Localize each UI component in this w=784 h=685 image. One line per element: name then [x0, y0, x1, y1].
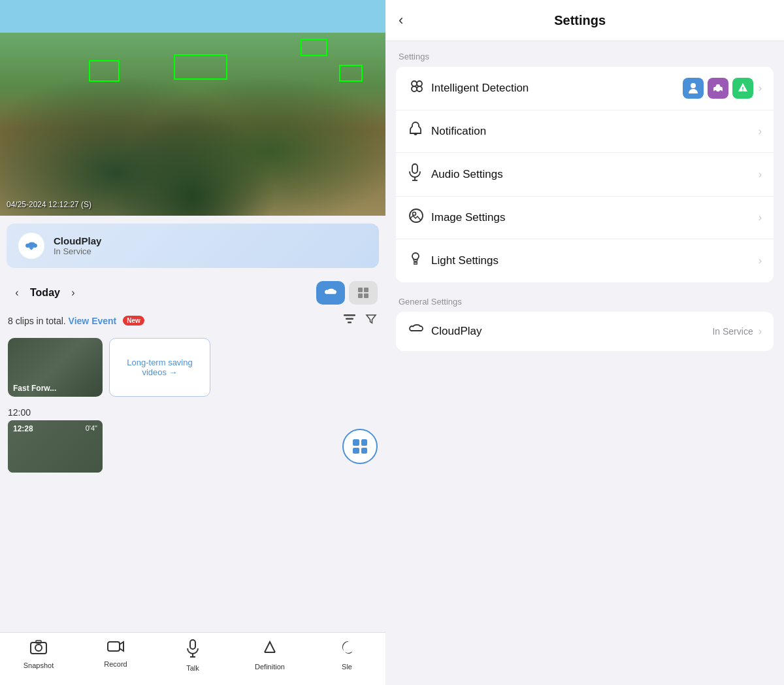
- record-label: Record: [104, 660, 127, 668]
- cloud-icon: [18, 233, 44, 259]
- snapshot-label: Snapshot: [24, 661, 54, 669]
- audio-chevron: ›: [759, 169, 762, 180]
- video-duration: 0'4": [86, 424, 97, 432]
- video-time: 12:28: [13, 424, 33, 433]
- svg-rect-4: [364, 293, 368, 298]
- notification-chevron: ›: [759, 125, 762, 137]
- svg-rect-11: [108, 642, 120, 651]
- cloudplay-setting-icon: [408, 322, 431, 341]
- light-icon: [408, 250, 431, 272]
- image-icon: [408, 207, 431, 228]
- cloud-view-button[interactable]: [316, 281, 345, 305]
- svg-point-22: [714, 90, 717, 93]
- grid-menu-icon: [353, 439, 367, 454]
- car-badge: [708, 78, 728, 99]
- long-term-label: Long-term saving videos →: [118, 358, 202, 377]
- svg-rect-26: [412, 164, 417, 173]
- svg-point-25: [742, 90, 743, 92]
- nav-item-snapshot[interactable]: Snapshot: [0, 639, 77, 672]
- svg-rect-5: [344, 314, 355, 316]
- nav-item-record[interactable]: Record: [77, 639, 154, 672]
- new-badge: New: [123, 316, 144, 326]
- sleep-label: Sle: [342, 663, 352, 671]
- nav-item-talk[interactable]: Talk: [154, 639, 231, 672]
- settings-section-label-1: Settings: [385, 41, 784, 67]
- light-settings-item[interactable]: Light Settings ›: [396, 239, 774, 282]
- image-settings-item[interactable]: Image Settings ›: [396, 197, 774, 239]
- intelligent-detection-label: Intelligent Detection: [431, 82, 683, 95]
- image-chevron: ›: [759, 212, 762, 224]
- settings-title: Settings: [414, 13, 746, 28]
- notification-icon: [408, 121, 431, 142]
- cloudplay-banner[interactable]: CloudPlay In Service: [7, 224, 379, 268]
- clip-label: Fast Forw...: [13, 384, 56, 393]
- timeline-header: ‹ Today ›: [0, 276, 385, 310]
- camera-view: 04/25-2024 12:12:27 (S): [0, 0, 385, 216]
- chevron-right-icon: ›: [759, 82, 762, 94]
- clips-info: 8 clips in total. View Event New: [0, 310, 385, 334]
- funnel-icon[interactable]: [365, 312, 378, 329]
- bottom-nav: Snapshot Record Talk: [0, 632, 385, 685]
- time-section-label: 12:00: [0, 401, 385, 420]
- view-toggle: [316, 281, 378, 305]
- cloudplay-setting-item[interactable]: CloudPlay In Service ›: [396, 312, 774, 351]
- cloudplay-title: CloudPlay: [54, 235, 101, 246]
- svg-rect-33: [414, 263, 417, 265]
- person-badge: [683, 78, 704, 99]
- video-clip-row: 12:28 0'4": [0, 420, 385, 473]
- record-icon: [106, 639, 125, 658]
- svg-rect-7: [348, 322, 351, 324]
- cloudplay-info: CloudPlay In Service: [54, 235, 101, 256]
- grid-view-button[interactable]: [349, 281, 378, 305]
- detection-box-4: [339, 65, 362, 82]
- nav-item-sleep[interactable]: Sle: [308, 639, 385, 672]
- long-term-card[interactable]: Long-term saving videos →: [109, 338, 210, 397]
- svg-point-20: [691, 83, 696, 88]
- svg-rect-32: [414, 261, 417, 263]
- clip-card-fast-forward[interactable]: Fast Forw...: [8, 338, 103, 397]
- cloudplay-chevron: ›: [759, 326, 762, 337]
- settings-group-main: Intelligent Detection: [396, 67, 774, 282]
- notification-item[interactable]: Notification ›: [396, 110, 774, 153]
- notification-label: Notification: [431, 125, 759, 138]
- svg-point-9: [35, 644, 42, 651]
- next-day-button[interactable]: ›: [64, 284, 82, 302]
- light-settings-label: Light Settings: [431, 254, 759, 267]
- svg-rect-6: [346, 318, 353, 320]
- grid-menu-button[interactable]: [342, 429, 378, 464]
- definition-label: Definition: [255, 663, 285, 671]
- right-panel: ‹ Settings Settings Intelligent Detectio…: [385, 0, 784, 685]
- svg-point-30: [413, 212, 416, 216]
- svg-point-17: [417, 81, 422, 86]
- prev-day-button[interactable]: ‹: [8, 284, 26, 302]
- svg-point-16: [412, 81, 417, 86]
- settings-group-general: CloudPlay In Service ›: [396, 312, 774, 351]
- back-button[interactable]: ‹: [399, 12, 403, 29]
- settings-header: ‹ Settings: [385, 0, 784, 41]
- svg-rect-12: [190, 640, 195, 649]
- view-event-link[interactable]: View Event: [69, 316, 117, 326]
- video-thumbnail[interactable]: 12:28 0'4": [8, 420, 103, 473]
- cloudplay-status: In Service: [712, 326, 753, 337]
- detection-box-1: [89, 60, 120, 82]
- alert-badge: [732, 78, 753, 99]
- nav-item-definition[interactable]: Definition: [231, 639, 308, 672]
- detection-box-2: [174, 54, 228, 80]
- talk-label: Talk: [186, 664, 199, 672]
- audio-settings-item[interactable]: Audio Settings ›: [396, 153, 774, 197]
- camera-timestamp: 04/25-2024 12:12:27 (S): [7, 200, 91, 209]
- clips-grid: Fast Forw... Long-term saving videos →: [0, 334, 385, 401]
- snapshot-icon: [29, 639, 48, 659]
- svg-point-31: [412, 253, 419, 259]
- cloudplay-setting-label: CloudPlay: [431, 325, 712, 338]
- list-filter-icon[interactable]: [342, 312, 357, 329]
- sleep-icon: [340, 639, 354, 660]
- definition-icon: [262, 639, 278, 660]
- svg-point-19: [417, 86, 422, 92]
- detection-badges: [683, 78, 753, 99]
- svg-rect-3: [358, 293, 363, 298]
- svg-rect-1: [358, 288, 363, 292]
- audio-icon: [408, 163, 431, 186]
- intelligent-detection-item[interactable]: Intelligent Detection: [396, 67, 774, 110]
- current-day-label: Today: [30, 287, 60, 299]
